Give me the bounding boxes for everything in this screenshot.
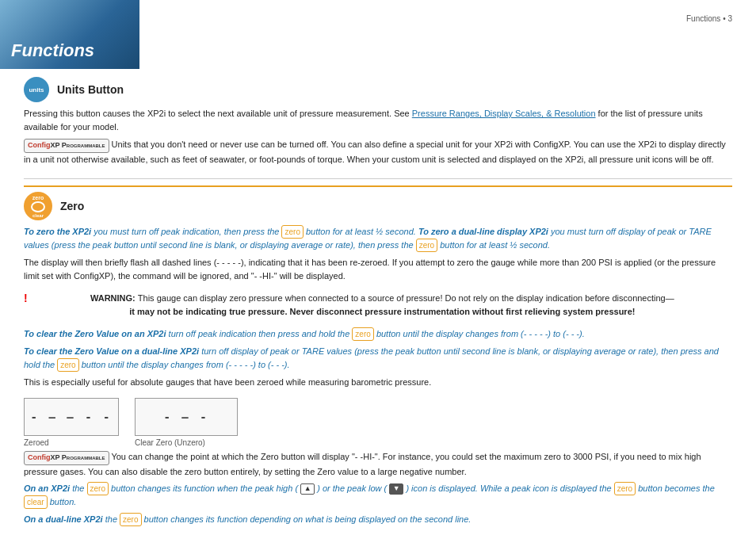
warning-block: ! WARNING: This gauge can display zero p…: [24, 289, 732, 321]
peak-high-icon: ▲: [300, 483, 315, 495]
zero-btn-inline-1: zero: [281, 225, 303, 239]
header-blue-box: Functions: [0, 0, 139, 69]
config-badge-zero: ConfigXP Programmable: [24, 451, 109, 465]
display-box-unzero: - — -: [135, 398, 238, 436]
units-para2: ConfigXP Programmable Units that you don…: [24, 138, 732, 166]
units-section-header: units Units Button: [24, 77, 732, 102]
display-row: - — — - - Zeroed - — - Clear Zero (Unzer…: [24, 398, 732, 447]
page-info: Functions • 3: [686, 14, 732, 23]
display-zeroed: - — — - - Zeroed: [24, 398, 119, 447]
section-zero: zero clear Zero To zero the XP2i you mus…: [24, 185, 732, 535]
units-section-title: Units Button: [57, 83, 124, 96]
section-units: units Units Button Pressing this button …: [24, 77, 732, 179]
zero-btn-inline-7: zero: [120, 513, 141, 526]
zero-icon-symbol: [31, 201, 45, 212]
zero-icon-bottom: clear: [32, 213, 44, 218]
zero-btn-inline-4: zero: [57, 358, 78, 372]
units-section-body: Pressing this button causes the XP2i to …: [24, 107, 732, 166]
on-xp2i-para: On an XP2i the zero button changes its f…: [24, 482, 732, 509]
on-dual-para: On a dual-line XP2i the zero button chan…: [24, 513, 732, 526]
barometric-para: This is especially useful for absolute g…: [24, 376, 732, 389]
units-para1: Pressing this button causes the XP2i to …: [24, 107, 732, 133]
display-unzero-label: Clear Zero (Unzero): [135, 438, 205, 447]
display-box-zeroed: - — — - -: [24, 398, 119, 436]
zero-btn-inline-5: zero: [87, 482, 109, 495]
zero-btn-inline-3: zero: [352, 327, 373, 341]
units-icon: units: [24, 77, 49, 102]
warning-text: WARNING: This gauge can display zero pre…: [32, 292, 732, 318]
peak-low-icon: ▼: [389, 483, 403, 495]
clear-zero-para1: To clear the Zero Value on an XP2i turn …: [24, 327, 732, 341]
page-title: Functions: [11, 40, 94, 61]
zero-section-body: To zero the XP2i you must turn off peak …: [24, 225, 732, 526]
zero-section-header: zero clear Zero: [24, 192, 732, 220]
zero-btn-inline-2: zero: [416, 239, 437, 252]
zero-para-italic1: To zero the XP2i you must turn off peak …: [24, 225, 732, 252]
display-zeroed-label: Zeroed: [24, 438, 49, 447]
main-content: units Units Button Pressing this button …: [0, 77, 756, 535]
zero-icon: zero clear: [24, 192, 52, 220]
units-icon-label: units: [29, 86, 44, 94]
header: Functions Functions • 3: [0, 0, 756, 69]
zero-section-title: Zero: [60, 200, 84, 212]
config-para-zero: ConfigXP Programmable You can change the…: [24, 450, 732, 478]
clear-btn-inline: clear: [24, 495, 48, 509]
zero-para2: The display will then briefly flash all …: [24, 256, 732, 282]
zero-btn-inline-6: zero: [614, 482, 636, 495]
warning-icon: !: [24, 292, 28, 304]
clear-zero-para2: To clear the Zero Value on a dual-line X…: [24, 345, 732, 372]
config-badge-units: ConfigXP Programmable: [24, 139, 109, 153]
pressure-ranges-link[interactable]: Pressure Ranges, Display Scales, & Resol…: [412, 109, 596, 118]
display-unzero: - — - Clear Zero (Unzero): [135, 398, 238, 447]
zero-icon-top: zero: [32, 195, 44, 201]
